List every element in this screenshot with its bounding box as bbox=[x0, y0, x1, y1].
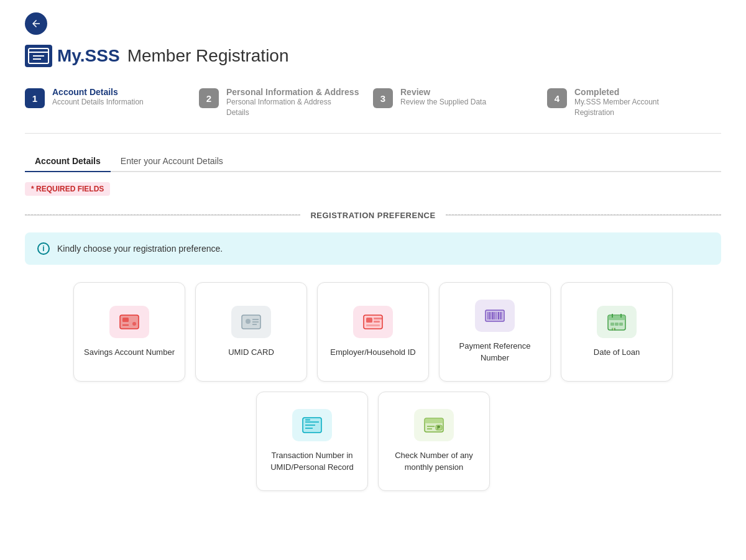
tab-account-details[interactable]: Account Details bbox=[25, 151, 111, 172]
step-3-label: Review bbox=[400, 87, 486, 97]
svg-rect-14 bbox=[366, 318, 372, 323]
card-savings-label: Savings Account Number bbox=[84, 347, 175, 358]
card-loan-icon-wrap: 💵 bbox=[597, 306, 637, 338]
svg-text:₱: ₱ bbox=[437, 425, 440, 431]
svg-rect-4 bbox=[120, 315, 139, 329]
info-box: i Kindly choose your registration prefer… bbox=[25, 232, 721, 265]
step-2-label: Personal Information & Address bbox=[226, 87, 359, 97]
step-3: 3 Review Review the Supplied Data bbox=[373, 87, 547, 118]
svg-rect-16 bbox=[374, 321, 380, 323]
step-4-label: Completed bbox=[574, 87, 699, 97]
svg-rect-40 bbox=[305, 419, 310, 421]
cards-row-1: Savings Account Number UMID CARD bbox=[25, 282, 721, 382]
card-employer[interactable]: Employer/Household ID bbox=[317, 282, 429, 382]
step-1-sublabel: Account Details Information bbox=[52, 97, 144, 108]
page-container: My.SSS Member Registration 1 Account Det… bbox=[0, 0, 746, 503]
tab-bar: Account Details Enter your Account Detai… bbox=[25, 151, 721, 172]
svg-text:💵: 💵 bbox=[612, 327, 616, 331]
logo-icon bbox=[25, 45, 52, 67]
card-check[interactable]: ₱ Check Number of any monthly pension bbox=[378, 392, 490, 491]
card-employer-label: Employer/Household ID bbox=[330, 347, 415, 358]
step-2-number: 2 bbox=[199, 88, 219, 108]
card-employer-icon-wrap bbox=[353, 306, 393, 338]
page-title: Member Registration bbox=[127, 46, 289, 66]
logo-text: My.SSS bbox=[57, 46, 120, 66]
step-1-info: Account Details Account Details Informat… bbox=[52, 87, 144, 108]
step-2-sublabel: Personal Information & Address Details bbox=[226, 97, 351, 118]
step-3-info: Review Review the Supplied Data bbox=[400, 87, 486, 108]
step-4-info: Completed My.SSS Member Account Registra… bbox=[574, 87, 699, 118]
info-icon: i bbox=[37, 242, 50, 255]
card-transaction-icon-wrap bbox=[292, 409, 332, 441]
step-2-info: Personal Information & Address Personal … bbox=[226, 87, 359, 118]
required-fields-badge: * REQUIRED FIELDS bbox=[25, 182, 110, 196]
card-payment[interactable]: Payment Reference Number bbox=[439, 282, 551, 382]
svg-rect-34 bbox=[619, 323, 623, 326]
section-label: REGISTRATION PREFERENCE bbox=[300, 211, 445, 220]
step-4: 4 Completed My.SSS Member Account Regist… bbox=[547, 87, 721, 118]
svg-rect-32 bbox=[610, 323, 614, 326]
svg-rect-42 bbox=[425, 418, 443, 423]
back-button[interactable] bbox=[25, 12, 47, 35]
svg-rect-15 bbox=[374, 318, 382, 319]
svg-rect-29 bbox=[608, 315, 625, 320]
card-loan[interactable]: 💵 Date of Loan bbox=[561, 282, 673, 382]
card-transaction[interactable]: Transaction Number in UMID/Personal Reco… bbox=[256, 392, 368, 491]
step-1-number: 1 bbox=[25, 88, 45, 108]
cards-row-2: Transaction Number in UMID/Personal Reco… bbox=[25, 392, 721, 491]
card-transaction-label: Transaction Number in UMID/Personal Reco… bbox=[264, 450, 360, 472]
card-payment-icon-wrap bbox=[475, 300, 515, 332]
info-text: Kindly choose your registration preferen… bbox=[57, 244, 223, 254]
page-header: My.SSS Member Registration bbox=[25, 45, 721, 67]
step-2: 2 Personal Information & Address Persona… bbox=[199, 87, 373, 118]
step-4-number: 4 bbox=[547, 88, 567, 108]
svg-rect-5 bbox=[122, 318, 129, 322]
step-3-number: 3 bbox=[373, 88, 393, 108]
svg-rect-17 bbox=[366, 324, 380, 326]
step-1-label: Account Details bbox=[52, 87, 144, 97]
section-divider: REGISTRATION PREFERENCE bbox=[25, 211, 721, 220]
svg-point-9 bbox=[246, 319, 251, 324]
step-1: 1 Account Details Account Details Inform… bbox=[25, 87, 199, 118]
card-check-icon-wrap: ₱ bbox=[414, 409, 454, 441]
card-payment-label: Payment Reference Number bbox=[447, 341, 543, 363]
card-savings[interactable]: Savings Account Number bbox=[73, 282, 185, 382]
card-loan-label: Date of Loan bbox=[594, 347, 640, 358]
step-3-sublabel: Review the Supplied Data bbox=[400, 97, 486, 108]
svg-point-6 bbox=[132, 322, 136, 326]
card-umid-label: UMID CARD bbox=[228, 347, 274, 358]
steps-container: 1 Account Details Account Details Inform… bbox=[25, 87, 721, 134]
card-umid[interactable]: UMID CARD bbox=[195, 282, 307, 382]
logo-container: My.SSS bbox=[25, 45, 120, 67]
svg-rect-33 bbox=[615, 323, 619, 326]
card-savings-icon-wrap bbox=[109, 306, 149, 338]
card-check-label: Check Number of any monthly pension bbox=[386, 450, 482, 472]
step-4-sublabel: My.SSS Member Account Registration bbox=[574, 97, 699, 118]
card-umid-icon-wrap bbox=[231, 306, 271, 338]
tab-enter-details[interactable]: Enter your Account Details bbox=[111, 151, 233, 172]
